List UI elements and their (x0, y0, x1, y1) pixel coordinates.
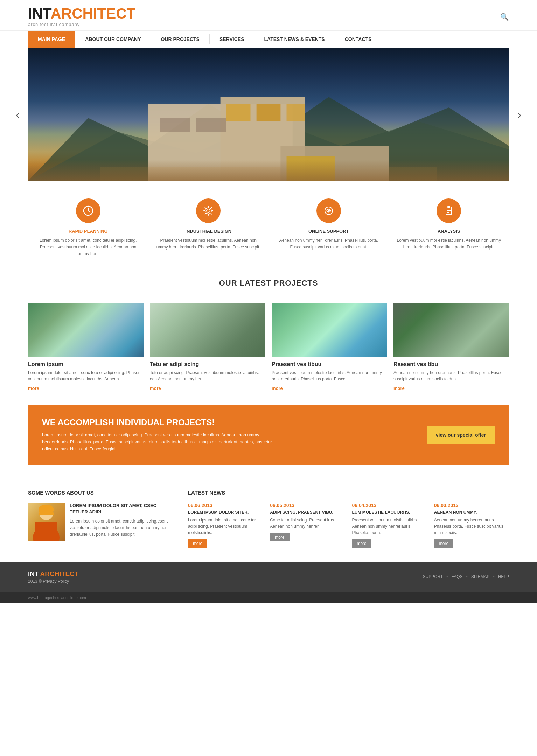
hero-next[interactable]: › (512, 107, 526, 121)
feature-icon-support (316, 198, 341, 223)
nav-item-services[interactable]: SERVICES (210, 31, 254, 48)
nav-item-about[interactable]: ABOUT OUR COMPANY (75, 31, 151, 48)
footer-link-support[interactable]: SUPPORT (423, 574, 443, 579)
svg-point-14 (205, 208, 211, 214)
nav-item-news[interactable]: LATEST NEWS & EVENTS (254, 31, 335, 48)
news-item-2: 06.05.2013 ADIPI SCING. PRAESENT VIBU. C… (270, 503, 345, 548)
news-date-4: 06.03.2013 (434, 503, 509, 508)
svg-rect-6 (287, 104, 305, 121)
news-item-title-1: LOREM IPSUM DOLOR SITER. (188, 510, 263, 515)
feature-title-2: INDUSTRIAL DESIGN (155, 229, 262, 234)
footer-link-sitemap[interactable]: SITEMAP (471, 574, 490, 579)
about-us-section: SOME WORDS ABOUT US LOREM IPSUM DOLOR SI… (28, 490, 174, 548)
main-nav: MAIN PAGE ABOUT OUR COMPANY OUR PROJECTS… (0, 30, 537, 48)
site-url-bar: www.heritagechristiancollege.com (0, 592, 537, 603)
search-icon[interactable]: 🔍 (500, 13, 509, 21)
news-date-2: 06.05.2013 (270, 503, 345, 508)
feature-title-3: ONLINE SUPPORT (276, 229, 382, 234)
news-more-btn-4[interactable]: more (434, 539, 453, 548)
feature-rapid-planning: RAPID PLANNING Lorem ipsum dolor sit ame… (28, 198, 148, 258)
footer-link-faqs[interactable]: FAQS (452, 574, 463, 579)
about-name: LOREM IPSUM DOLOR SIT AMET, CSEC TETUER … (70, 503, 174, 515)
feature-title-4: ANALYSIS (396, 229, 502, 234)
project-title-4: Raesent ves tibu (393, 361, 509, 368)
logo[interactable]: INTARCHITECT architectural company (28, 6, 135, 27)
svg-point-16 (328, 210, 330, 212)
news-item-title-4: AENEAN NON UMMY. (434, 510, 509, 515)
svg-rect-24 (35, 522, 57, 541)
project-item-3: Praesent ves tibuu Praesent ves tibuum m… (272, 303, 387, 391)
project-title-2: Tetu er adipi scing (150, 361, 265, 368)
project-title-3: Praesent ves tibuu (272, 361, 387, 368)
footer-logo-arch: ARCHITECT (40, 570, 79, 578)
news-more-btn-1[interactable]: more (188, 539, 207, 548)
project-item-4: Raesent ves tibu Aenean non ummy hen dre… (393, 303, 509, 391)
footer-logo: INTARCHITECT (28, 570, 78, 578)
project-more-1[interactable]: more (28, 386, 144, 391)
news-title: LATEST NEWS (188, 490, 509, 496)
footer-sep-3: • (493, 574, 494, 579)
about-desc: Lorem ipsum dolor sit amet, concdr adipi… (70, 518, 174, 538)
feature-text-1: Lorem ipsum dolor sit amet, conc tetu er… (35, 237, 141, 258)
news-item-text-2: Conc ter adipi scing. Praesent irhs. Aen… (270, 517, 345, 530)
projects-section: OUR LATEST PROJECTS Lorem ipsum Lorem ip… (0, 272, 537, 394)
about-image (28, 503, 65, 541)
news-more-btn-3[interactable]: more (352, 539, 371, 548)
cta-banner: WE ACCOMPLISH INDIVIDUAL PROJECTS! Lorem… (28, 405, 509, 465)
bottom-sections: SOME WORDS ABOUT US LOREM IPSUM DOLOR SI… (0, 476, 537, 562)
project-text-1: Lorem ipsum dolor sit amet, conc tetu er… (28, 370, 144, 382)
project-more-4[interactable]: more (393, 386, 509, 391)
news-more-btn-2[interactable]: more (270, 533, 289, 541)
footer-sep-1: • (446, 574, 448, 579)
feature-analysis: ANALYSIS Lorem vestibuum mol estie lacui… (389, 198, 509, 258)
project-img-3 (272, 303, 387, 357)
projects-title: OUR LATEST PROJECTS (28, 279, 509, 288)
cta-button[interactable]: view our special offer (427, 426, 495, 444)
hero-prev[interactable]: ‹ (11, 107, 25, 121)
logo-arch: ARCHITECT (51, 5, 136, 22)
news-item-text-1: Lorem ipsum dolor sit amet, conc ter adi… (188, 517, 263, 536)
project-title-1: Lorem ipsum (28, 361, 144, 368)
feature-online-support: ONLINE SUPPORT Aenean non ummy hen. drer… (268, 198, 389, 258)
feature-title-1: RAPID PLANNING (35, 229, 141, 234)
logo-text: INTARCHITECT (28, 6, 135, 21)
news-item-text-3: Praesent vestibuum molstis cuiirhs. Aene… (352, 517, 427, 536)
site-url: www.heritagechristiancollege.com (28, 596, 86, 600)
logo-int: INT (28, 5, 51, 22)
nav-item-contacts[interactable]: CONTACTS (335, 31, 382, 48)
footer-links: SUPPORT • FAQS • SITEMAP • HELP (423, 574, 509, 579)
project-item-1: Lorem ipsum Lorem ipsum dolor sit amet, … (28, 303, 144, 391)
svg-rect-8 (196, 118, 226, 132)
footer-copy: 2013 © Privacy Policy (28, 579, 78, 584)
about-title: SOME WORDS ABOUT US (28, 490, 174, 496)
project-more-2[interactable]: more (150, 386, 265, 391)
feature-text-3: Aenean non ummy hen. dreriauris. Phasell… (276, 237, 382, 251)
nav-item-main-page[interactable]: MAIN PAGE (28, 31, 75, 48)
svg-point-13 (207, 209, 210, 212)
feature-icon-gear (196, 198, 221, 223)
project-text-3: Praesent ves tibuum molestie lacui irhs.… (272, 370, 387, 382)
feature-icon-clock (76, 198, 100, 223)
logo-sub: architectural company (28, 22, 135, 27)
footer-logo-int: INT (28, 570, 39, 578)
project-img-2 (150, 303, 265, 357)
project-item-2: Tetu er adipi scing Tetu er adipi scing.… (150, 303, 265, 391)
footer-sep-2: • (466, 574, 468, 579)
nav-item-projects[interactable]: OUR PROJECTS (151, 31, 209, 48)
svg-rect-4 (226, 104, 251, 121)
feature-icon-clipboard (437, 198, 461, 223)
features-section: RAPID PLANNING Lorem ipsum dolor sit ame… (0, 181, 537, 272)
news-item-title-2: ADIPI SCING. PRAESENT VIBU. (270, 510, 345, 515)
header: INTARCHITECT architectural company 🔍 (0, 0, 537, 30)
feature-industrial-design: INDUSTRIAL DESIGN Praesent vestibuum mol… (148, 198, 269, 258)
cta-text-wrap: WE ACCOMPLISH INDIVIDUAL PROJECTS! Lorem… (42, 418, 416, 453)
feature-text-4: Lorem vestibuum mol estie lacuiirhs. Aen… (396, 237, 502, 251)
svg-rect-26 (39, 512, 54, 515)
project-more-3[interactable]: more (272, 386, 387, 391)
project-text-2: Tetu er adipi scing. Praesent ves tibuum… (150, 370, 265, 382)
svg-rect-5 (257, 104, 281, 121)
news-item-text-4: Aenean non ummy henreri auris. Phaselus … (434, 517, 509, 536)
footer: INTARCHITECT 2013 © Privacy Policy SUPPO… (0, 562, 537, 592)
project-img-1 (28, 303, 144, 357)
footer-link-help[interactable]: HELP (498, 574, 509, 579)
